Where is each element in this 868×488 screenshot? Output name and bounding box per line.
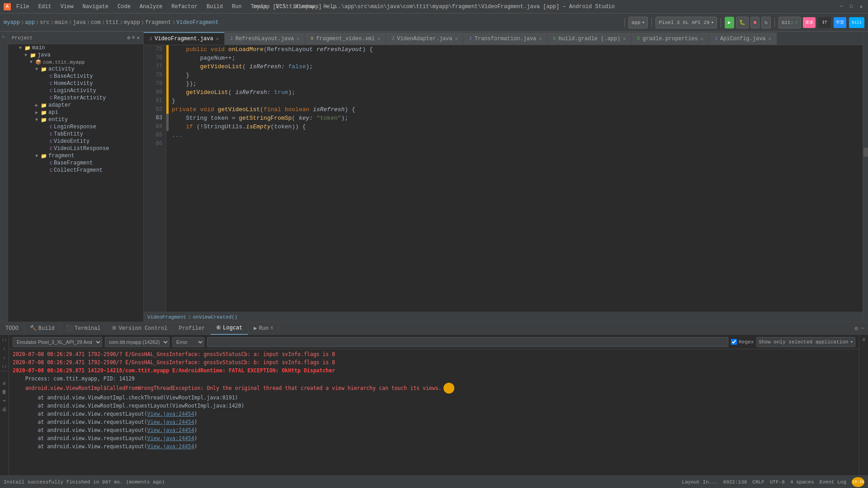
device-selector[interactable]: Pixel 3 XL API 29 ▾ (656, 17, 717, 28)
device-selector-logcat[interactable]: Emulator Pixel_3_XL_API_29 And (13, 337, 102, 347)
tree-package[interactable]: ▼ 📦 com.ttit.myapp (8, 59, 143, 66)
tab-close-icon[interactable]: ✕ (377, 36, 380, 42)
scroll-thumb[interactable] (863, 148, 868, 157)
logcat-right-icon-1[interactable]: ≡ (862, 337, 865, 343)
tab-close-icon[interactable]: ✕ (455, 36, 458, 42)
breadcrumb-app[interactable]: app (25, 19, 35, 26)
tab-close-icon[interactable]: ✕ (623, 36, 626, 42)
window-controls[interactable]: ─ □ ✕ (838, 4, 864, 10)
tree-api[interactable]: ▶ 📁 api (8, 109, 143, 116)
app-selector[interactable]: app ▾ (628, 17, 648, 28)
regex-checkbox-label[interactable]: Regex (731, 339, 754, 345)
package-selector-logcat[interactable]: com.ttit.myapp (14262) (105, 337, 170, 347)
sidebar-collapse-icon[interactable]: ≡ (132, 35, 135, 41)
code-editor[interactable]: 75 76 77 78 79 80 81 82 83 84 85 86 publ… (144, 45, 863, 312)
log-link[interactable]: View.java:24454 (147, 435, 194, 441)
charset-indicator[interactable]: UTF-8 (770, 479, 785, 485)
line-ending-indicator[interactable]: CRLF (752, 479, 764, 485)
breadcrumb-myapp2[interactable]: myapp (124, 19, 140, 26)
menu-analyze[interactable]: Analyze (138, 3, 164, 11)
tree-main[interactable]: ▼ 📁 main (8, 44, 143, 52)
panel-minimize-icon[interactable]: ─ (861, 325, 864, 332)
tree-java[interactable]: ▼ 📁 java (8, 52, 143, 59)
log-link[interactable]: View.java:24454 (147, 419, 194, 425)
indent-indicator[interactable]: 4 spaces (790, 479, 814, 485)
close-button[interactable]: ✕ (858, 4, 864, 10)
code-content[interactable]: public void onLoadMore(RefreshLayout ref… (166, 45, 863, 312)
tab-close-icon[interactable]: ✕ (216, 36, 219, 42)
event-log-button[interactable]: Event Log (820, 479, 846, 485)
tree-collectfragment[interactable]: ▶ C CollectFragment (8, 167, 143, 174)
logcat-scroll-bottom-icon[interactable]: ↓↓ (1, 362, 8, 370)
tree-loginactivity[interactable]: ▶ C LoginActivity (8, 87, 143, 94)
logcat-down-icon[interactable]: ↓ (1, 354, 8, 361)
run-button[interactable]: ▶ (725, 17, 734, 28)
tree-registeractivity[interactable]: ▶ C RegisterActivity (8, 94, 143, 102)
debug-button[interactable]: 🐛 (736, 17, 749, 28)
breadcrumb-src[interactable]: src (40, 19, 50, 26)
tab-videofragment[interactable]: J VideoFragment.java ✕ (144, 32, 225, 45)
log-link[interactable]: View.java:24454 (147, 411, 194, 417)
menu-file[interactable]: File (14, 3, 31, 11)
tab-logcat[interactable]: ⑥ Logcat (211, 322, 248, 335)
tab-transformation[interactable]: J Transformation.java ✕ (463, 32, 547, 45)
menu-view[interactable]: View (59, 3, 75, 11)
tab-versioncontrol[interactable]: ⑨ Version Control (106, 322, 173, 335)
menu-run[interactable]: Run (230, 3, 244, 11)
sync-button[interactable]: ↻ (761, 17, 771, 28)
sidebar-settings-icon[interactable]: ⚙ (127, 35, 130, 41)
tree-baseactivity[interactable]: ▶ C BaseActivity (8, 73, 143, 80)
tab-refreshlayout[interactable]: J RefreshLayout.java ✕ (225, 32, 306, 45)
breadcrumb-java[interactable]: java (73, 19, 86, 26)
menu-edit[interactable]: Edit (37, 3, 53, 11)
sidebar-close-icon[interactable]: ✕ (137, 35, 140, 41)
breadcrumb-main[interactable]: main (55, 19, 68, 26)
tree-fragment[interactable]: ▼ 📁 fragment (8, 152, 143, 160)
tab-gradleprops[interactable]: G gradle.properties ✕ (632, 32, 709, 45)
tree-tabentity[interactable]: ▶ C TabEntity (8, 131, 143, 138)
logcat-content[interactable]: 2020-07-08 00:26:29.471 1792-2590/? E/Gn… (9, 349, 859, 475)
breadcrumb-ttit[interactable]: ttit (106, 19, 119, 26)
logcat-search-input[interactable] (207, 337, 728, 347)
tab-close-icon[interactable]: ✕ (769, 36, 771, 42)
logcat-clear-icon[interactable]: 🗑 (1, 388, 8, 395)
menu-navigate[interactable]: Navigate (80, 3, 110, 11)
time-indicator[interactable]: 19:36 (852, 477, 864, 487)
right-scroll-area[interactable] (863, 32, 868, 322)
logcat-scroll-top-icon[interactable]: ↑↑ (1, 337, 8, 344)
tree-loginresponse[interactable]: ▶ C LoginResponse (8, 123, 143, 131)
log-link[interactable]: View.java:24454 (147, 427, 194, 433)
logcat-wrap-icon[interactable]: ⇔ (1, 397, 8, 404)
tab-videoadapter[interactable]: J VideoAdapter.java ✕ (386, 32, 463, 45)
log-level-selector[interactable]: Error Verbose Debug Info Warn Error Asse… (172, 337, 204, 347)
menu-code[interactable]: Code (116, 3, 132, 11)
logcat-print-icon[interactable]: 🖨 (1, 405, 8, 413)
tab-profiler[interactable]: Profiler (173, 322, 211, 335)
tab-run[interactable]: ▶ Run 6 (248, 322, 279, 335)
tab-close-icon[interactable]: ✕ (701, 36, 703, 42)
tree-videolistresponse[interactable]: ▶ C VideoListResponse (8, 145, 143, 152)
tree-activity[interactable]: ▼ 📁 activity (8, 66, 143, 73)
stop-button[interactable]: ■ (750, 17, 760, 28)
tree-basefragment[interactable]: ▶ C BaseFragment (8, 160, 143, 167)
git-button[interactable]: Git: ✓ (778, 17, 801, 28)
tab-close-icon[interactable]: ✕ (539, 36, 542, 42)
tab-buildgradle[interactable]: G build.gradle (.app) ✕ (547, 32, 632, 45)
show-only-selected-dropdown[interactable]: Show only selected application ▾ (756, 337, 855, 347)
tree-entity[interactable]: ▼ 📁 entity (8, 116, 143, 123)
tree-videoentity[interactable]: ▶ C VideoEntity (8, 138, 143, 145)
menu-refactor[interactable]: Refactor (170, 3, 199, 11)
breadcrumb-fragment[interactable]: fragment (145, 19, 171, 26)
log-link[interactable]: View.java:24454 (147, 443, 194, 450)
logcat-up-icon[interactable]: ↑ (1, 345, 8, 352)
minimize-button[interactable]: ─ (838, 4, 844, 10)
menu-build[interactable]: Build (205, 3, 225, 11)
tree-adapter[interactable]: ▶ 📁 adapter (8, 102, 143, 109)
regex-checkbox[interactable] (731, 339, 737, 345)
tab-close-icon[interactable]: ✕ (297, 36, 299, 42)
tab-apiconfig[interactable]: J ApiConfig.java ✕ (709, 32, 777, 45)
breadcrumb-myapp[interactable]: myapp (4, 19, 20, 26)
maximize-button[interactable]: □ (848, 4, 854, 10)
panel-settings-icon[interactable]: ⚙ (854, 325, 858, 332)
tab-terminal[interactable]: ⬛ Terminal (61, 322, 107, 335)
